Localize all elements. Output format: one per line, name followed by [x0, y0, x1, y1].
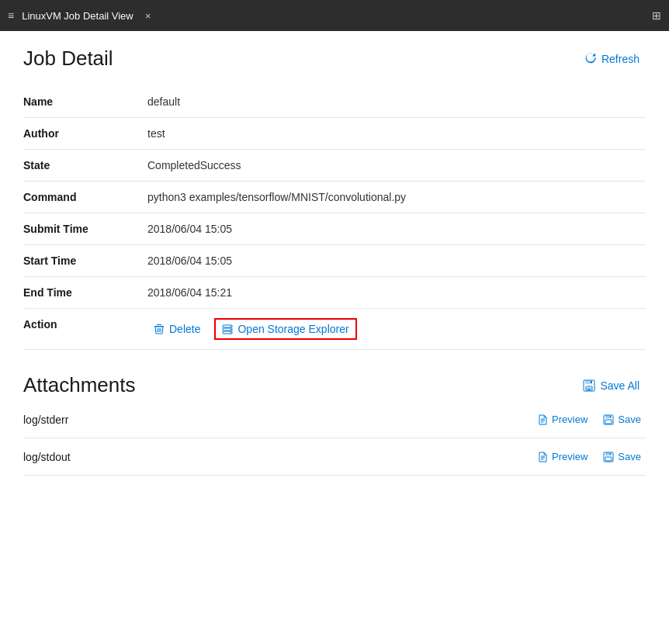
field-action: Action — [23, 309, 646, 350]
svg-point-9 — [231, 329, 231, 330]
save-stderr-icon — [603, 414, 614, 425]
svg-rect-14 — [591, 381, 592, 383]
attachment-actions-stderr: Preview Save — [532, 412, 646, 427]
field-value-command: python3 examples/tensorflow/MNIST/convol… — [147, 182, 646, 213]
page-header: Job Detail Refresh — [23, 47, 646, 71]
preview-stdout-button[interactable]: Preview — [532, 449, 592, 464]
field-state: State CompletedSuccess — [23, 150, 646, 182]
preview-stdout-label: Preview — [552, 451, 588, 462]
svg-point-8 — [231, 326, 231, 327]
field-command: Command python3 examples/tensorflow/MNIS… — [23, 182, 646, 213]
attachment-row-stderr: log/stderr Preview — [23, 401, 646, 438]
field-value-submit-time: 2018/06/04 15:05 — [147, 213, 646, 245]
svg-rect-20 — [605, 415, 610, 418]
save-all-button[interactable]: Save All — [577, 376, 646, 395]
field-start-time: Start Time 2018/06/04 15:05 — [23, 245, 646, 277]
field-submit-time: Submit Time 2018/06/04 15:05 — [23, 213, 646, 245]
delete-button[interactable]: Delete — [147, 320, 206, 338]
field-label-action: Action — [23, 309, 147, 350]
field-label-command: Command — [23, 182, 147, 213]
field-label-start-time: Start Time — [23, 245, 147, 277]
title-bar-title: LinuxVM Job Detail View — [22, 10, 133, 22]
field-name: Name default — [23, 86, 646, 118]
preview-stdout-icon — [537, 452, 548, 462]
save-stdout-icon — [603, 452, 614, 462]
svg-point-10 — [231, 332, 231, 333]
delete-label: Delete — [169, 323, 200, 335]
field-value-author: test — [147, 118, 646, 150]
svg-rect-1 — [157, 324, 161, 325]
page-title: Job Detail — [23, 47, 113, 71]
field-label-submit-time: Submit Time — [23, 213, 147, 245]
detail-table: Name default Author test State Completed… — [23, 86, 646, 350]
save-stdout-label: Save — [618, 451, 641, 462]
svg-rect-27 — [605, 452, 610, 455]
field-value-name: default — [147, 86, 646, 118]
field-value-end-time: 2018/06/04 15:21 — [147, 277, 646, 309]
open-storage-explorer-button[interactable]: Open Storage Explorer — [214, 318, 356, 340]
field-label-author: Author — [23, 118, 147, 150]
attachments-list: log/stderr Preview — [23, 401, 646, 476]
save-all-icon — [583, 379, 595, 392]
field-label-state: State — [23, 150, 147, 182]
field-end-time: End Time 2018/06/04 15:21 — [23, 277, 646, 309]
title-bar-left: ≡ LinuxVM Job Detail View × — [8, 9, 154, 23]
attachment-name-stdout: log/stdout — [23, 451, 71, 463]
field-label-end-time: End Time — [23, 277, 147, 309]
field-value-start-time: 2018/06/04 15:05 — [147, 245, 646, 277]
title-bar: ≡ LinuxVM Job Detail View × ⊞ — [0, 0, 669, 31]
preview-stderr-icon — [537, 414, 548, 425]
svg-rect-29 — [610, 453, 612, 455]
attachment-row-stdout: log/stdout Preview — [23, 438, 646, 476]
save-stderr-button[interactable]: Save — [598, 412, 646, 427]
action-buttons: Delete — [147, 318, 646, 340]
main-content: Job Detail Refresh Name default Author t… — [0, 31, 669, 491]
menu-icon[interactable]: ≡ — [8, 9, 14, 22]
field-author: Author test — [23, 118, 646, 150]
attachment-name-stderr: log/stderr — [23, 414, 68, 426]
svg-rect-22 — [610, 416, 612, 418]
storage-icon — [222, 324, 233, 334]
save-stdout-button[interactable]: Save — [598, 449, 646, 464]
refresh-button[interactable]: Refresh — [578, 48, 646, 70]
preview-stderr-button[interactable]: Preview — [532, 412, 592, 427]
field-label-name: Name — [23, 86, 147, 118]
svg-rect-28 — [605, 457, 612, 461]
field-value-action: Delete — [147, 309, 646, 350]
refresh-label: Refresh — [601, 53, 640, 65]
attachment-actions-stdout: Preview Save — [532, 449, 646, 464]
trash-icon — [154, 324, 165, 334]
field-value-state: CompletedSuccess — [147, 150, 646, 182]
attachments-title: Attachments — [23, 373, 136, 397]
attachments-header: Attachments Save All — [23, 373, 646, 397]
close-tab-button[interactable]: × — [141, 9, 155, 23]
preview-stderr-label: Preview — [552, 414, 588, 425]
layout-icon[interactable]: ⊞ — [652, 9, 661, 22]
svg-rect-21 — [605, 420, 612, 424]
save-all-label: Save All — [600, 379, 640, 392]
save-stderr-label: Save — [618, 414, 641, 425]
refresh-icon — [584, 51, 597, 67]
svg-rect-12 — [585, 380, 591, 384]
open-storage-label: Open Storage Explorer — [237, 323, 348, 335]
